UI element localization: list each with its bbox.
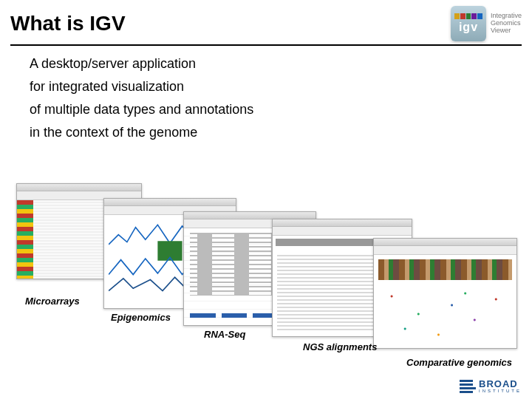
line-4: in the context of the genome bbox=[30, 125, 502, 140]
caption-rnaseq: RNA-Seq bbox=[204, 329, 245, 340]
slide-title: What is IGV bbox=[10, 12, 451, 35]
igv-logo-acronym: igv bbox=[459, 21, 478, 34]
title-underline bbox=[10, 44, 522, 46]
igv-logo-label: Integrative Genomics Viewer bbox=[491, 13, 522, 35]
screenshots-canvas bbox=[0, 183, 532, 353]
igv-logo: igv Integrative Genomics Viewer bbox=[451, 6, 522, 41]
caption-epigenomics: Epigenomics bbox=[111, 312, 171, 323]
screenshot-comparative bbox=[373, 238, 517, 349]
igv-logo-icon: igv bbox=[451, 6, 486, 41]
broad-logo-sub: INSTITUTE bbox=[479, 389, 522, 393]
broad-logo: BROAD INSTITUTE bbox=[460, 379, 522, 393]
line-1: A desktop/server application bbox=[30, 56, 502, 72]
broad-logo-icon bbox=[460, 380, 476, 393]
body-text: A desktop/server application for integra… bbox=[0, 56, 532, 140]
caption-comparative: Comparative genomics bbox=[406, 357, 512, 368]
broad-logo-name: BROAD bbox=[479, 379, 522, 389]
caption-microarrays: Microarrays bbox=[25, 296, 80, 307]
line-3: of multiple data types and annotations bbox=[30, 102, 502, 117]
caption-ngs: NGS alignments bbox=[303, 341, 377, 352]
line-2: for integrated visualization bbox=[30, 79, 502, 95]
